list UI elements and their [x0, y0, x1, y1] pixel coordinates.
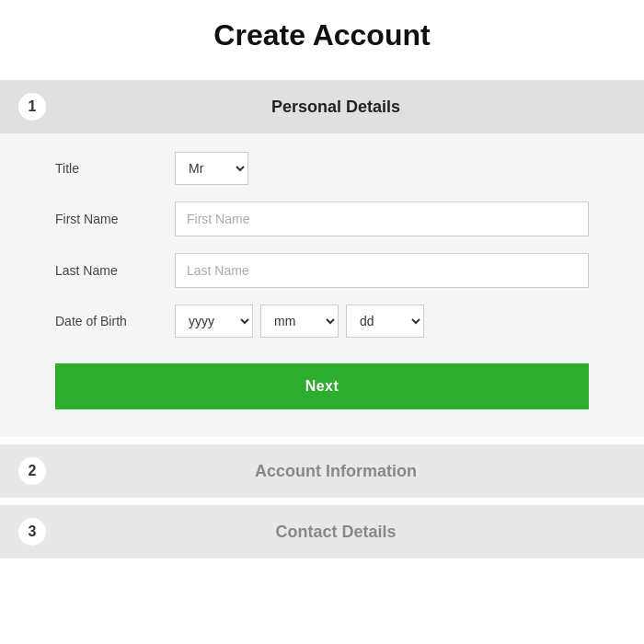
section-2-number: 2 [18, 457, 46, 485]
page-title: Create Account [0, 0, 644, 80]
title-label: Title [55, 161, 175, 176]
section-1-title: Personal Details [46, 98, 626, 117]
dob-day-select[interactable]: dd [346, 305, 424, 338]
section-personal-details: 1 Personal Details Title Mr Mrs Ms Dr Fi… [0, 80, 644, 437]
dob-label: Date of Birth [55, 314, 175, 328]
section-2-title: Account Information [46, 462, 626, 481]
first-name-row: First Name [55, 201, 589, 236]
last-name-row: Last Name [55, 253, 589, 288]
dob-control: yyyy mm dd [175, 305, 589, 338]
last-name-label: Last Name [55, 263, 175, 278]
dob-month-select[interactable]: mm [260, 305, 339, 338]
first-name-input[interactable] [175, 201, 589, 236]
section-2-header: 2 Account Information [0, 444, 644, 498]
title-row: Title Mr Mrs Ms Dr [55, 152, 589, 185]
section-3-number: 3 [18, 518, 46, 546]
section-1-header: 1 Personal Details [0, 80, 644, 133]
section-3-title: Contact Details [46, 523, 626, 542]
dob-row: Date of Birth yyyy mm dd [55, 305, 589, 338]
section-1-number: 1 [18, 93, 46, 121]
dob-year-select[interactable]: yyyy [175, 305, 253, 338]
section-account-information: 2 Account Information [0, 444, 644, 498]
first-name-label: First Name [55, 212, 175, 226]
title-control: Mr Mrs Ms Dr [175, 152, 589, 185]
last-name-control [175, 253, 589, 288]
last-name-input[interactable] [175, 253, 589, 288]
next-button[interactable]: Next [55, 363, 589, 409]
section-3-header: 3 Contact Details [0, 505, 644, 558]
first-name-control [175, 201, 589, 236]
title-select[interactable]: Mr Mrs Ms Dr [175, 152, 248, 185]
section-contact-details: 3 Contact Details [0, 505, 644, 558]
section-1-body: Title Mr Mrs Ms Dr First Name Last Name [0, 133, 644, 437]
